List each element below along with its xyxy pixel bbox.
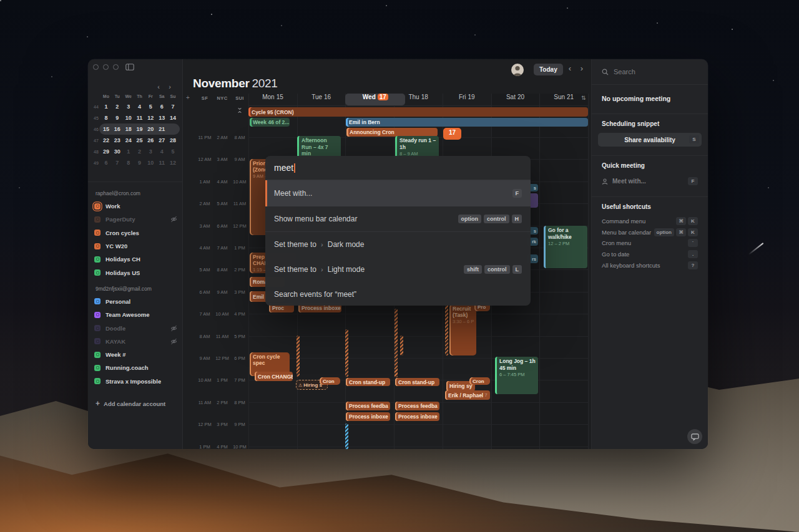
- event-go-for-a-walk-hike[interactable]: Go for a walk/hike12 – 2 PM: [544, 226, 587, 268]
- mini-day[interactable]: 1: [101, 102, 111, 112]
- window-close-button[interactable]: [93, 64, 99, 70]
- mini-day[interactable]: 23: [112, 135, 122, 145]
- busy-time-stripe[interactable]: [345, 423, 348, 449]
- prev-week-button[interactable]: ‹: [566, 64, 574, 73]
- window-minimize-button[interactable]: [103, 64, 109, 70]
- event-erik-raphael[interactable]: Erik / Raphael7: [445, 390, 490, 400]
- calendar-item[interactable]: Doodle: [94, 321, 177, 334]
- palette-row[interactable]: Search events for “meet”: [265, 282, 531, 306]
- mini-day[interactable]: 27: [157, 135, 167, 145]
- mini-day[interactable]: 11: [157, 158, 167, 168]
- meet-with-input[interactable]: Meet with... F: [602, 177, 698, 185]
- mini-day[interactable]: 10: [145, 158, 155, 168]
- busy-time-stripe[interactable]: [297, 336, 300, 377]
- command-input[interactable]: meet: [265, 156, 531, 180]
- eye-off-icon[interactable]: [170, 325, 177, 332]
- feedback-chat-button[interactable]: [687, 429, 702, 444]
- calendar-item[interactable]: Work: [94, 200, 177, 213]
- busy-time-stripe[interactable]: [345, 329, 348, 377]
- busy-time-stripe[interactable]: [400, 336, 403, 355]
- mini-day[interactable]: 11: [135, 113, 145, 123]
- eye-off-icon[interactable]: [170, 216, 177, 223]
- calendar-item[interactable]: YC W20: [94, 239, 177, 253]
- next-week-button[interactable]: ›: [577, 64, 586, 73]
- mini-day[interactable]: 22: [101, 135, 111, 145]
- day-header[interactable]: Sat20: [491, 94, 540, 100]
- calendar-item[interactable]: KAYAK: [94, 335, 177, 348]
- busy-time-stripe[interactable]: [445, 304, 448, 355]
- calendar-item[interactable]: Week #: [94, 348, 177, 361]
- calendar-item[interactable]: Holidays CH: [94, 253, 177, 266]
- event-announcing-cron[interactable]: Announcing Cron: [346, 128, 438, 137]
- mini-day[interactable]: 6: [101, 158, 111, 168]
- busy-time-stripe[interactable]: [395, 309, 398, 377]
- mini-day[interactable]: 20: [145, 124, 155, 134]
- day-header[interactable]: Thu18: [394, 94, 443, 100]
- mini-day[interactable]: 19: [135, 124, 145, 134]
- calendar-item[interactable]: PagerDuty: [94, 213, 177, 226]
- event-cron[interactable]: Cron: [469, 377, 490, 385]
- mini-day[interactable]: 16: [112, 124, 122, 134]
- mini-day[interactable]: 2: [112, 102, 122, 112]
- mini-day[interactable]: 3: [124, 102, 134, 112]
- mini-day[interactable]: 4: [135, 102, 145, 112]
- mini-day[interactable]: 8: [101, 113, 111, 123]
- mini-day[interactable]: 13: [157, 113, 167, 123]
- event-emil-in-bern[interactable]: Emil in Bern: [346, 118, 588, 127]
- mini-day[interactable]: 8: [124, 158, 134, 168]
- mini-day[interactable]: 6: [157, 102, 167, 112]
- event-process-inboxe[interactable]: Process inboxe: [395, 412, 439, 421]
- mini-day[interactable]: 5: [168, 147, 178, 157]
- day-header[interactable]: Sun21: [539, 94, 588, 100]
- palette-row[interactable]: Set theme to›Dark mode: [265, 231, 531, 257]
- calendar-item[interactable]: Running.coach: [94, 361, 177, 374]
- event-process-feedba[interactable]: Process feedba: [395, 402, 439, 410]
- event-cron-stand-up[interactable]: Cron stand-up: [395, 378, 439, 386]
- event-cron[interactable]: Cron: [320, 377, 340, 385]
- mini-day[interactable]: 24: [124, 135, 134, 145]
- mini-day[interactable]: 18: [124, 124, 134, 134]
- mini-day[interactable]: 30: [112, 147, 122, 157]
- event-process-inboxe[interactable]: Process inboxe: [346, 412, 390, 421]
- mini-day[interactable]: 28: [168, 135, 178, 145]
- mini-day[interactable]: 9: [135, 158, 145, 168]
- mini-day[interactable]: 21: [157, 124, 167, 134]
- event-cron-stand-up[interactable]: Cron stand-up: [346, 378, 390, 386]
- mini-day[interactable]: 5: [145, 102, 155, 112]
- mini-day[interactable]: 12: [168, 158, 178, 168]
- palette-row[interactable]: Meet with...F: [265, 180, 531, 206]
- mini-day[interactable]: 12: [145, 113, 155, 123]
- mini-day[interactable]: 14: [168, 113, 178, 123]
- event-cycle-95-cron[interactable]: Cycle 95 (CRON): [248, 107, 588, 117]
- mini-day[interactable]: 1: [124, 147, 134, 157]
- mini-day[interactable]: 26: [145, 135, 155, 145]
- window-zoom-button[interactable]: [113, 64, 119, 70]
- day-header[interactable]: Tue16: [297, 94, 346, 100]
- day-header[interactable]: Fri19: [443, 94, 491, 100]
- calendar-item[interactable]: Personal: [94, 295, 177, 308]
- add-calendar-account-button[interactable]: + Add calendar account: [96, 400, 165, 407]
- event-long-jog-1h-45-min[interactable]: Long Jog – 1h 45 min6 – 7:45 PM: [495, 357, 538, 394]
- mini-day[interactable]: 15: [101, 124, 111, 134]
- share-availability-button[interactable]: Share availability S: [598, 133, 702, 147]
- mini-day[interactable]: 10: [124, 113, 134, 123]
- calendar-item[interactable]: Team Awesome: [94, 308, 177, 321]
- mini-prev-button[interactable]: ‹: [155, 83, 162, 90]
- event-process-feedba[interactable]: Process feedba: [346, 402, 390, 410]
- today-button[interactable]: Today: [534, 64, 563, 75]
- user-avatar[interactable]: [511, 64, 524, 76]
- mini-day[interactable]: 2: [135, 147, 145, 157]
- mini-day[interactable]: 7: [168, 102, 178, 112]
- mini-day[interactable]: 25: [135, 135, 145, 145]
- calendar-item[interactable]: Holidays US: [94, 266, 177, 279]
- event-week-46-of-2[interactable]: Week 46 of 2...: [250, 118, 290, 127]
- event-recruit-task[interactable]: Recruit (Task)3:30 – 6 P: [449, 304, 476, 355]
- mini-next-button[interactable]: ›: [166, 83, 174, 90]
- eye-off-icon[interactable]: [170, 338, 177, 345]
- palette-row[interactable]: Set theme to›Light modeshiftcontrolL: [265, 257, 531, 282]
- toggle-sidebar-icon[interactable]: [125, 64, 134, 70]
- day-header[interactable]: Mon15: [248, 94, 297, 100]
- palette-row[interactable]: Show menu bar calendaroptioncontrolH: [265, 206, 531, 231]
- mini-day-today[interactable]: 17: [443, 128, 461, 140]
- add-timezone-button[interactable]: +: [184, 94, 192, 101]
